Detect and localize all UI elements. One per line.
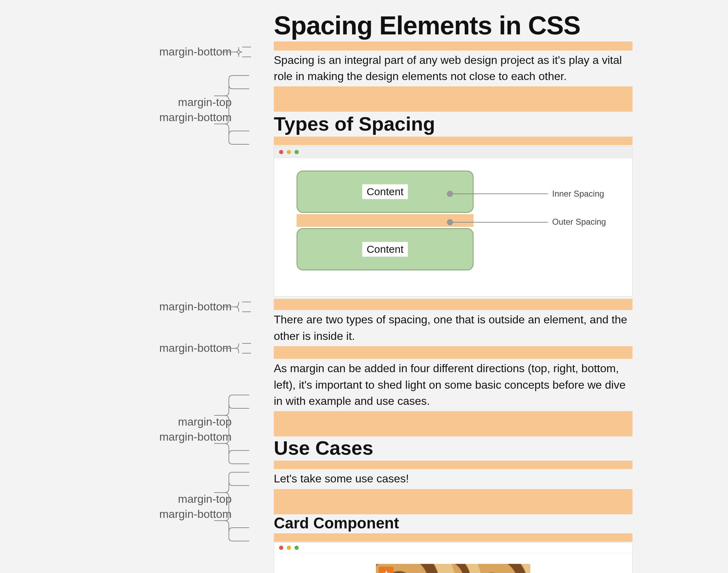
bracket-icon <box>218 45 253 59</box>
spacer-peach <box>274 41 633 51</box>
bracket-icon <box>218 300 253 314</box>
spacer-peach <box>274 411 633 436</box>
card-image <box>376 564 530 573</box>
label-margin-bottom-1: margin-bottom <box>159 44 232 59</box>
use-cases-paragraph: Let's take some use cases! <box>274 470 633 487</box>
spacer-peach <box>274 299 633 310</box>
window-dot-green-icon <box>294 546 299 550</box>
spacer-peach <box>274 533 633 542</box>
window-dot-yellow-icon <box>287 150 291 154</box>
spacer-peach <box>274 137 633 145</box>
heading-use-cases: Use Cases <box>274 436 633 459</box>
label-margin-top-bottom-2: margin-top margin-bottom <box>159 414 232 444</box>
label-margin-bottom-2: margin-bottom <box>159 299 232 314</box>
bracket-icon <box>211 394 253 465</box>
figure-card-component: ★ <box>274 542 633 573</box>
window-dot-yellow-icon <box>287 546 291 550</box>
spacer-peach <box>274 86 633 112</box>
window-chrome <box>274 543 632 553</box>
intro-paragraph: Spacing is an integral part of any web d… <box>274 52 633 85</box>
bracket-icon <box>211 472 253 542</box>
spacer-peach <box>274 346 633 359</box>
pointer-line <box>453 222 548 223</box>
bracket-icon <box>218 341 253 355</box>
inner-spacing-label: Inner Spacing <box>552 189 604 199</box>
outer-spacing-label: Outer Spacing <box>552 217 606 227</box>
figure-inner-outer-spacing: Content Inner Spacing Outer Spacing Cont… <box>274 146 633 297</box>
label-margin-top-bottom-3: margin-top margin-bottom <box>159 492 232 522</box>
spacer-peach <box>274 461 633 469</box>
star-icon: ★ <box>382 568 390 573</box>
window-chrome <box>274 146 632 158</box>
window-dot-red-icon <box>279 546 283 550</box>
bracket-icon <box>211 75 253 145</box>
content-box-2: Content <box>297 228 474 270</box>
content-label: Content <box>362 242 408 257</box>
card-image-wrapper: ★ <box>376 564 530 573</box>
spacer-peach <box>274 489 633 514</box>
types-paragraph-1: There are two types of spacing, one that… <box>274 311 633 344</box>
label-margin-bottom-3: margin-bottom <box>159 341 232 356</box>
label-margin-top-bottom-1: margin-top margin-bottom <box>159 95 232 125</box>
page-title: Spacing Elements in CSS <box>274 12 633 39</box>
heading-types: Types of Spacing <box>274 112 633 135</box>
pointer-line <box>453 193 548 194</box>
heading-card-component: Card Component <box>274 514 633 532</box>
window-dot-green-icon <box>294 150 299 154</box>
types-paragraph-2: As margin can be added in four different… <box>274 360 633 409</box>
window-dot-red-icon <box>279 150 283 154</box>
article-column: Spacing Elements in CSS Spacing is an in… <box>274 0 633 573</box>
content-label: Content <box>362 184 408 199</box>
favorite-badge: ★ <box>379 567 393 573</box>
